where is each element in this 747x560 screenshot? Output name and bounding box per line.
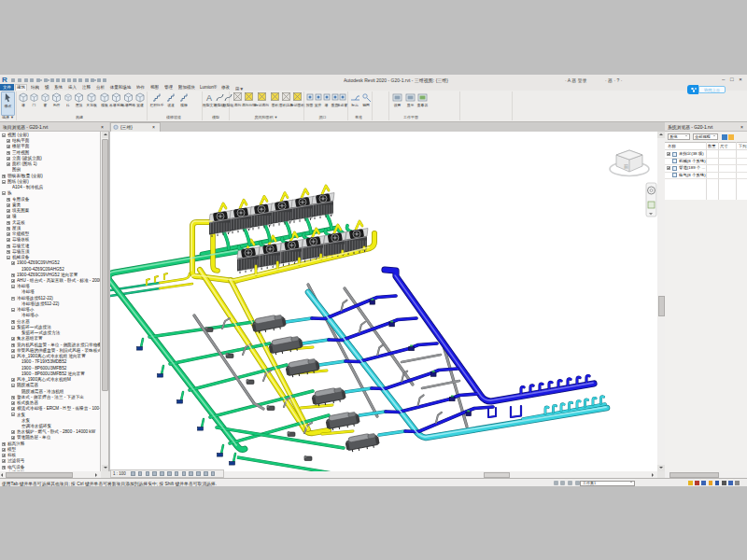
svg-text:前: 前 [624, 163, 628, 169]
svg-text:A: A [206, 93, 212, 103]
